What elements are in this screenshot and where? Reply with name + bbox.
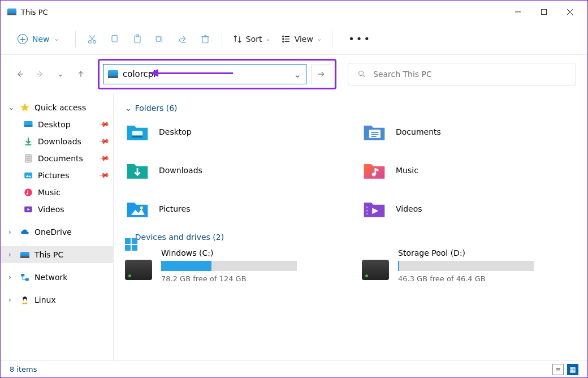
folder-icon: [125, 158, 150, 183]
folder-label: Music: [396, 166, 418, 175]
folder-videos[interactable]: Videos: [362, 196, 576, 221]
chevron-right-icon: ›: [8, 251, 15, 259]
search-field[interactable]: Search This PC: [348, 63, 576, 85]
chevron-down-icon[interactable]: ⌄: [294, 69, 301, 80]
svg-rect-9: [156, 36, 161, 41]
drive-windows[interactable]: Windows (C:) 78.2 GB free of 124 GB: [125, 248, 339, 283]
svg-point-11: [282, 36, 283, 37]
sort-label: Sort: [246, 35, 262, 44]
share-icon[interactable]: [176, 33, 189, 45]
cloud-icon: [20, 227, 30, 237]
maximize-button[interactable]: [531, 3, 557, 20]
minimize-button[interactable]: [505, 3, 531, 20]
sidebar-item-music[interactable]: Music: [1, 184, 113, 201]
address-bar[interactable]: ⌄: [103, 64, 306, 84]
new-button[interactable]: + New ⌄: [12, 31, 65, 48]
toolbar: + New ⌄ Sort ⌄ View ⌄ •••: [1, 23, 587, 55]
go-button[interactable]: [311, 64, 331, 84]
pin-icon: 📌: [98, 119, 110, 130]
drive-free: 78.2 GB free of 124 GB: [161, 274, 339, 283]
cut-icon[interactable]: [86, 33, 98, 45]
linux-icon: [20, 295, 30, 305]
star-icon: [20, 102, 30, 113]
details-view-button[interactable]: ≡: [552, 364, 564, 375]
sidebar-this-pc[interactable]: › This PC: [1, 246, 113, 263]
folder-label: Videos: [396, 204, 422, 213]
svg-rect-49: [366, 213, 368, 214]
folder-downloads[interactable]: Downloads: [125, 158, 339, 183]
svg-rect-47: [366, 207, 368, 208]
folder-music[interactable]: Music: [362, 158, 576, 183]
sidebar-item-videos[interactable]: Videos: [1, 201, 113, 218]
sidebar-item-documents[interactable]: Documents 📌: [1, 150, 113, 167]
folder-desktop[interactable]: Desktop: [125, 119, 339, 144]
sidebar-item-downloads[interactable]: Downloads 📌: [1, 133, 113, 150]
video-icon: [23, 204, 33, 214]
svg-rect-39: [132, 135, 142, 138]
view-button[interactable]: View ⌄: [281, 34, 322, 44]
sidebar-linux[interactable]: › Linux: [1, 291, 113, 308]
folders-header[interactable]: ⌄ Folders (6): [125, 104, 576, 113]
document-icon: [23, 153, 33, 164]
download-icon: [23, 136, 33, 147]
folder-pictures[interactable]: Pictures: [125, 196, 339, 221]
chevron-right-icon: ›: [8, 228, 15, 236]
drive-icon: [125, 260, 152, 280]
rename-icon[interactable]: [154, 33, 166, 45]
sidebar-item-label: Documents: [38, 154, 83, 163]
picture-icon: [23, 170, 33, 181]
chevron-down-icon: ⌄: [8, 104, 15, 111]
paste-icon[interactable]: [131, 33, 144, 45]
sidebar-item-desktop[interactable]: Desktop 📌: [1, 116, 113, 133]
folders-header-label: Folders (6): [135, 104, 178, 113]
svg-rect-1: [542, 10, 547, 15]
status-bar: 8 items ≡ ▦: [1, 360, 587, 377]
sidebar-item-pictures[interactable]: Pictures 📌: [1, 167, 113, 184]
svg-point-29: [27, 193, 28, 195]
pc-icon: [20, 250, 30, 260]
chevron-right-icon: ›: [8, 273, 15, 281]
sort-button[interactable]: Sort ⌄: [232, 34, 271, 44]
search-placeholder: Search This PC: [373, 70, 432, 79]
title-bar: This PC: [1, 1, 587, 23]
sidebar-item-label: Pictures: [38, 171, 69, 180]
drives-header-label: Devices and drives (2): [135, 233, 224, 242]
close-button[interactable]: [557, 3, 583, 20]
svg-rect-33: [25, 278, 29, 281]
copy-icon[interactable]: [109, 33, 121, 45]
folder-label: Desktop: [159, 127, 192, 136]
svg-point-44: [372, 173, 375, 176]
sidebar-network[interactable]: › Network: [1, 269, 113, 286]
windows-logo-icon: [125, 238, 137, 251]
folder-icon: [362, 119, 387, 144]
recent-button[interactable]: ⌄: [53, 66, 68, 82]
drive-icon: [362, 260, 389, 280]
svg-point-13: [282, 38, 283, 39]
address-input[interactable]: [123, 69, 289, 79]
folder-documents[interactable]: Documents: [362, 119, 576, 144]
svg-rect-32: [21, 274, 24, 277]
folder-label: Downloads: [159, 166, 202, 175]
sidebar-onedrive[interactable]: › OneDrive: [1, 224, 113, 240]
up-button[interactable]: [73, 66, 89, 82]
drives-header[interactable]: ⌄ Devices and drives (2): [125, 233, 576, 242]
sidebar-item-label: Desktop: [38, 120, 71, 129]
forward-button[interactable]: [32, 66, 48, 82]
svg-point-36: [23, 303, 25, 304]
more-button[interactable]: •••: [343, 33, 377, 45]
drive-name: Storage Pool (D:): [398, 248, 576, 257]
sidebar-quick-access[interactable]: ⌄ Quick access: [1, 99, 113, 116]
linux-label: Linux: [34, 295, 56, 304]
thispc-label: This PC: [34, 250, 63, 259]
pc-icon: [108, 70, 118, 78]
address-highlight: ⌄: [98, 59, 336, 89]
icons-view-button[interactable]: ▦: [567, 364, 578, 375]
sidebar-item-label: Videos: [38, 205, 64, 214]
delete-icon[interactable]: [199, 33, 211, 45]
drive-name: Windows (C:): [161, 248, 339, 257]
content-area: ⌄ Folders (6) Desktop Documents Download…: [114, 93, 587, 360]
onedrive-label: OneDrive: [34, 227, 72, 237]
back-button[interactable]: [12, 66, 28, 82]
folder-icon: [125, 119, 150, 144]
drive-storage-pool[interactable]: Storage Pool (D:) 46.3 GB free of 46.4 G…: [362, 248, 576, 283]
